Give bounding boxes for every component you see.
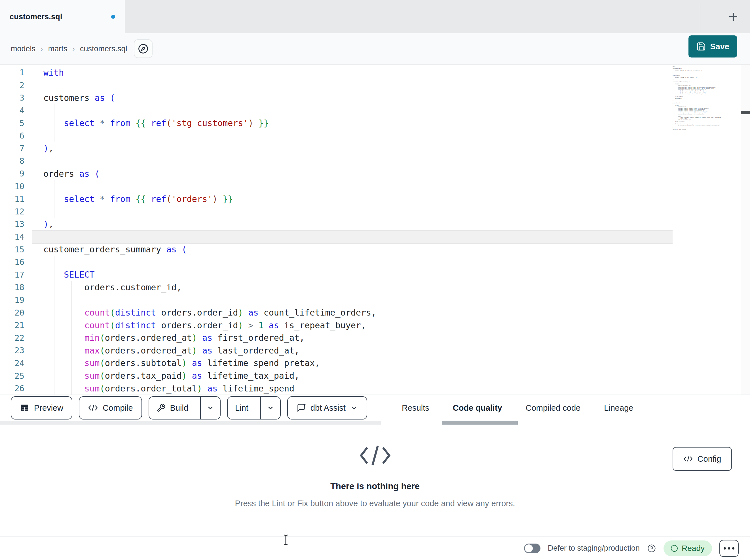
tab-compiled-code[interactable]: Compiled code xyxy=(526,403,580,413)
compile-button[interactable]: Compile xyxy=(79,396,142,419)
chevron-down-icon xyxy=(267,404,275,412)
code-text: customers as ( xyxy=(32,91,673,104)
code-line-18[interactable]: 18 orders.customer_id, xyxy=(0,281,673,294)
code-line-25[interactable]: 25 sum(orders.tax_paid) as lifetime_tax_… xyxy=(0,369,673,382)
lint-split-button: Lint xyxy=(227,396,281,419)
code-line-24[interactable]: 24 sum(orders.subtotal) as lifetime_spen… xyxy=(0,357,673,370)
code-line-14[interactable]: 14 xyxy=(0,231,673,243)
line-number: 4 xyxy=(0,106,32,115)
line-number: 3 xyxy=(0,93,32,103)
code-text: orders as ( xyxy=(32,167,673,180)
code-text: with xyxy=(32,66,673,79)
breadcrumb: models › marts › customers.sql xyxy=(11,44,127,53)
ellipsis-icon xyxy=(732,547,734,549)
empty-state-hint: Press the Lint or Fix button above to ev… xyxy=(0,499,750,508)
line-number: 12 xyxy=(0,207,32,216)
minimap-content: with customers as ( select * from {{ ref… xyxy=(673,66,692,130)
code-line-2[interactable]: 2 xyxy=(0,79,673,92)
code-line-22[interactable]: 22 min(orders.ordered_at) as first_order… xyxy=(0,331,673,344)
code-line-20[interactable]: 20 count(distinct orders.order_id) as co… xyxy=(0,306,673,319)
code-line-23[interactable]: 23 max(orders.ordered_at) as last_ordere… xyxy=(0,344,673,357)
line-number: 5 xyxy=(0,118,32,128)
scrollbar-handle[interactable] xyxy=(741,111,750,114)
indent-guide xyxy=(54,180,55,218)
open-in-lineage-button[interactable] xyxy=(134,39,153,58)
code-line-5[interactable]: 5 select * from {{ ref('stg_customers') … xyxy=(0,117,673,129)
help-icon[interactable] xyxy=(647,544,656,553)
tab-separator xyxy=(700,3,700,30)
build-split-button: Build xyxy=(149,396,221,419)
tab-results[interactable]: Results xyxy=(402,403,429,413)
code-line-6[interactable]: 6 xyxy=(0,129,673,142)
code-line-10[interactable]: 10 xyxy=(0,180,673,193)
build-dropdown-button[interactable] xyxy=(200,397,220,419)
code-text xyxy=(32,231,673,243)
status-label: Ready xyxy=(682,544,705,553)
defer-toggle[interactable] xyxy=(524,544,540,553)
editor-lines: 1with23customers as (45 select * from {{… xyxy=(0,66,673,395)
preview-button[interactable]: Preview xyxy=(11,396,72,419)
compass-icon xyxy=(138,43,149,55)
code-line-8[interactable]: 8 xyxy=(0,155,673,167)
code-line-19[interactable]: 19 xyxy=(0,294,673,307)
code-line-12[interactable]: 12 xyxy=(0,205,673,218)
dbt-assist-button[interactable]: dbt Assist xyxy=(287,396,367,419)
lint-dropdown-button[interactable] xyxy=(260,397,280,419)
line-number: 23 xyxy=(0,346,32,355)
save-button[interactable]: Save xyxy=(689,36,737,58)
ellipsis-icon xyxy=(724,547,726,549)
code-text: sum(orders.order_total) as lifetime_spen… xyxy=(32,382,673,395)
new-tab-button[interactable] xyxy=(723,6,744,27)
code-slash-icon xyxy=(358,442,393,469)
code-text xyxy=(32,256,673,269)
breadcrumb-row: models › marts › customers.sql Save xyxy=(0,33,750,65)
code-text xyxy=(32,205,673,218)
line-number: 25 xyxy=(0,371,32,381)
code-line-3[interactable]: 3customers as ( xyxy=(0,91,673,104)
breadcrumb-models[interactable]: models xyxy=(11,44,36,53)
line-number: 7 xyxy=(0,144,32,153)
code-line-1[interactable]: 1with xyxy=(0,66,673,79)
indent-guide xyxy=(54,104,55,142)
code-line-4[interactable]: 4 xyxy=(0,104,673,117)
active-tab-indicator xyxy=(442,421,518,424)
toolbar-buttons: Preview Compile Build Lint dbt Assi xyxy=(11,395,367,421)
status-badge[interactable]: Ready xyxy=(664,540,712,556)
code-line-17[interactable]: 17 SELECT xyxy=(0,269,673,281)
breadcrumb-file[interactable]: customers.sql xyxy=(80,44,127,53)
code-line-21[interactable]: 21 count(distinct orders.order_id) > 1 a… xyxy=(0,319,673,332)
code-line-16[interactable]: 16 xyxy=(0,256,673,269)
code-text xyxy=(32,104,673,117)
indent-guide xyxy=(54,256,55,395)
code-line-11[interactable]: 11 select * from {{ ref('orders') }} xyxy=(0,193,673,205)
breadcrumb-separator-icon: › xyxy=(72,44,75,53)
code-text: SELECT xyxy=(32,269,673,281)
file-tab-title: customers.sql xyxy=(9,13,62,21)
toolbar-divider xyxy=(381,397,381,419)
minimap[interactable]: with customers as ( select * from {{ ref… xyxy=(673,66,741,377)
tab-lineage[interactable]: Lineage xyxy=(604,403,633,413)
line-number: 2 xyxy=(0,80,32,90)
code-text: count(distinct orders.order_id) > 1 as i… xyxy=(32,319,673,332)
code-line-13[interactable]: 13), xyxy=(0,218,673,231)
table-icon xyxy=(20,403,29,413)
action-toolbar: Preview Compile Build Lint dbt Assi xyxy=(0,395,750,424)
unsaved-changes-dot-icon xyxy=(111,15,115,19)
code-text: select * from {{ ref('orders') }} xyxy=(32,193,673,205)
code-editor[interactable]: 1with23customers as (45 select * from {{… xyxy=(0,65,750,395)
file-tab-customers-sql[interactable]: customers.sql xyxy=(0,0,125,34)
lint-button[interactable]: Lint xyxy=(228,397,256,419)
more-options-button[interactable] xyxy=(719,540,739,557)
editor-scrollbar[interactable] xyxy=(741,65,750,395)
build-button[interactable]: Build xyxy=(149,397,196,419)
breadcrumb-marts[interactable]: marts xyxy=(48,44,67,53)
config-button[interactable]: Config xyxy=(673,447,732,471)
tab-code-quality[interactable]: Code quality xyxy=(453,403,502,413)
code-line-15[interactable]: 15customer_orders_summary as ( xyxy=(0,243,673,256)
code-line-26[interactable]: 26 sum(orders.order_total) as lifetime_s… xyxy=(0,382,673,395)
code-line-7[interactable]: 7), xyxy=(0,142,673,155)
line-number: 16 xyxy=(0,257,32,267)
code-text: sum(orders.tax_paid) as lifetime_tax_pai… xyxy=(32,369,673,382)
code-line-9[interactable]: 9orders as ( xyxy=(0,167,673,180)
chevron-down-icon xyxy=(350,404,358,412)
